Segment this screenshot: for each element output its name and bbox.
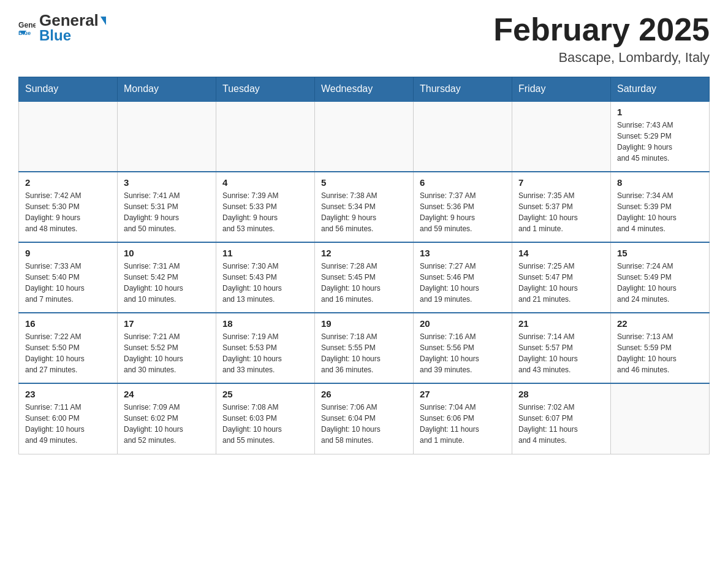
- calendar-cell: 11Sunrise: 7:30 AM Sunset: 5:43 PM Dayli…: [216, 242, 315, 313]
- day-number: 12: [321, 248, 407, 258]
- day-info: Sunrise: 7:09 AM Sunset: 6:02 PM Dayligh…: [124, 402, 210, 446]
- day-info: Sunrise: 7:14 AM Sunset: 5:57 PM Dayligh…: [518, 331, 604, 375]
- day-info: Sunrise: 7:41 AM Sunset: 5:31 PM Dayligh…: [124, 190, 210, 234]
- calendar-cell: 18Sunrise: 7:19 AM Sunset: 5:53 PM Dayli…: [216, 313, 315, 383]
- calendar-cell: 14Sunrise: 7:25 AM Sunset: 5:47 PM Dayli…: [512, 242, 611, 313]
- calendar-cell: 17Sunrise: 7:21 AM Sunset: 5:52 PM Dayli…: [118, 313, 216, 383]
- day-number: 28: [518, 389, 604, 399]
- calendar-cell: 7Sunrise: 7:35 AM Sunset: 5:37 PM Daylig…: [512, 172, 611, 242]
- day-number: 25: [222, 389, 308, 399]
- calendar-cell: [118, 101, 216, 172]
- day-number: 15: [617, 248, 703, 258]
- calendar-cell: [19, 101, 118, 172]
- day-number: 21: [518, 318, 604, 329]
- logo: General Blue General Blue: [18, 12, 106, 43]
- day-info: Sunrise: 7:28 AM Sunset: 5:45 PM Dayligh…: [321, 261, 407, 305]
- calendar-cell: 24Sunrise: 7:09 AM Sunset: 6:02 PM Dayli…: [118, 383, 216, 454]
- day-info: Sunrise: 7:21 AM Sunset: 5:52 PM Dayligh…: [124, 331, 210, 375]
- day-info: Sunrise: 7:19 AM Sunset: 5:53 PM Dayligh…: [222, 331, 308, 375]
- calendar-cell: [512, 101, 611, 172]
- week-row-2: 2Sunrise: 7:42 AM Sunset: 5:30 PM Daylig…: [19, 172, 710, 242]
- page-header: General Blue General Blue February 2025 …: [18, 12, 710, 66]
- calendar-cell: 6Sunrise: 7:37 AM Sunset: 5:36 PM Daylig…: [414, 172, 512, 242]
- day-number: 16: [25, 318, 111, 329]
- day-number: 19: [321, 318, 407, 329]
- weekday-header-monday: Monday: [118, 77, 216, 102]
- day-info: Sunrise: 7:06 AM Sunset: 6:04 PM Dayligh…: [321, 402, 407, 446]
- week-row-4: 16Sunrise: 7:22 AM Sunset: 5:50 PM Dayli…: [19, 313, 710, 383]
- day-number: 18: [222, 318, 308, 329]
- weekday-header-tuesday: Tuesday: [216, 77, 315, 102]
- day-info: Sunrise: 7:13 AM Sunset: 5:59 PM Dayligh…: [617, 331, 703, 375]
- day-number: 5: [321, 177, 407, 188]
- calendar-cell: 26Sunrise: 7:06 AM Sunset: 6:04 PM Dayli…: [315, 383, 414, 454]
- location-subtitle: Bascape, Lombardy, Italy: [493, 50, 710, 66]
- day-info: Sunrise: 7:24 AM Sunset: 5:49 PM Dayligh…: [617, 261, 703, 305]
- calendar-cell: 28Sunrise: 7:02 AM Sunset: 6:07 PM Dayli…: [512, 383, 611, 454]
- weekday-header-row: SundayMondayTuesdayWednesdayThursdayFrid…: [19, 77, 710, 102]
- day-info: Sunrise: 7:35 AM Sunset: 5:37 PM Dayligh…: [518, 190, 604, 234]
- day-number: 27: [420, 389, 506, 399]
- weekday-header-saturday: Saturday: [611, 77, 710, 102]
- weekday-header-sunday: Sunday: [19, 77, 118, 102]
- calendar-cell: 22Sunrise: 7:13 AM Sunset: 5:59 PM Dayli…: [611, 313, 710, 383]
- day-number: 11: [222, 248, 308, 258]
- week-row-1: 1Sunrise: 7:43 AM Sunset: 5:29 PM Daylig…: [19, 101, 710, 172]
- day-info: Sunrise: 7:02 AM Sunset: 6:07 PM Dayligh…: [518, 402, 604, 446]
- calendar-cell: 16Sunrise: 7:22 AM Sunset: 5:50 PM Dayli…: [19, 313, 118, 383]
- logo-general-text: General: [39, 12, 106, 28]
- calendar-cell: 20Sunrise: 7:16 AM Sunset: 5:56 PM Dayli…: [414, 313, 512, 383]
- calendar-cell: 4Sunrise: 7:39 AM Sunset: 5:33 PM Daylig…: [216, 172, 315, 242]
- week-row-3: 9Sunrise: 7:33 AM Sunset: 5:40 PM Daylig…: [19, 242, 710, 313]
- day-number: 6: [420, 177, 506, 188]
- day-info: Sunrise: 7:31 AM Sunset: 5:42 PM Dayligh…: [124, 261, 210, 305]
- day-number: 13: [420, 248, 506, 258]
- calendar-cell: [315, 101, 414, 172]
- weekday-header-thursday: Thursday: [414, 77, 512, 102]
- day-info: Sunrise: 7:16 AM Sunset: 5:56 PM Dayligh…: [420, 331, 506, 375]
- day-info: Sunrise: 7:38 AM Sunset: 5:34 PM Dayligh…: [321, 190, 407, 234]
- day-info: Sunrise: 7:27 AM Sunset: 5:46 PM Dayligh…: [420, 261, 506, 305]
- day-number: 8: [617, 177, 703, 188]
- day-info: Sunrise: 7:37 AM Sunset: 5:36 PM Dayligh…: [420, 190, 506, 234]
- svg-text:General: General: [18, 21, 36, 29]
- calendar-cell: 19Sunrise: 7:18 AM Sunset: 5:55 PM Dayli…: [315, 313, 414, 383]
- calendar-cell: 3Sunrise: 7:41 AM Sunset: 5:31 PM Daylig…: [118, 172, 216, 242]
- day-info: Sunrise: 7:34 AM Sunset: 5:39 PM Dayligh…: [617, 190, 703, 234]
- day-info: Sunrise: 7:11 AM Sunset: 6:00 PM Dayligh…: [25, 402, 111, 446]
- day-number: 9: [25, 248, 111, 258]
- day-number: 1: [617, 107, 703, 117]
- day-number: 17: [124, 318, 210, 329]
- day-info: Sunrise: 7:22 AM Sunset: 5:50 PM Dayligh…: [25, 331, 111, 375]
- day-info: Sunrise: 7:33 AM Sunset: 5:40 PM Dayligh…: [25, 261, 111, 305]
- calendar-cell: 12Sunrise: 7:28 AM Sunset: 5:45 PM Dayli…: [315, 242, 414, 313]
- calendar-cell: 2Sunrise: 7:42 AM Sunset: 5:30 PM Daylig…: [19, 172, 118, 242]
- logo-blue-text: Blue: [39, 28, 106, 43]
- day-info: Sunrise: 7:04 AM Sunset: 6:06 PM Dayligh…: [420, 402, 506, 446]
- day-info: Sunrise: 7:43 AM Sunset: 5:29 PM Dayligh…: [617, 120, 703, 164]
- day-info: Sunrise: 7:30 AM Sunset: 5:43 PM Dayligh…: [222, 261, 308, 305]
- calendar-cell: 15Sunrise: 7:24 AM Sunset: 5:49 PM Dayli…: [611, 242, 710, 313]
- weekday-header-friday: Friday: [512, 77, 611, 102]
- calendar-cell: [216, 101, 315, 172]
- day-info: Sunrise: 7:42 AM Sunset: 5:30 PM Dayligh…: [25, 190, 111, 234]
- svg-text:Blue: Blue: [18, 30, 31, 36]
- calendar-table: SundayMondayTuesdayWednesdayThursdayFrid…: [18, 77, 710, 454]
- calendar-cell: 8Sunrise: 7:34 AM Sunset: 5:39 PM Daylig…: [611, 172, 710, 242]
- calendar-cell: 9Sunrise: 7:33 AM Sunset: 5:40 PM Daylig…: [19, 242, 118, 313]
- calendar-cell: 13Sunrise: 7:27 AM Sunset: 5:46 PM Dayli…: [414, 242, 512, 313]
- day-number: 4: [222, 177, 308, 188]
- day-number: 7: [518, 177, 604, 188]
- day-number: 14: [518, 248, 604, 258]
- calendar-cell: [611, 383, 710, 454]
- day-number: 20: [420, 318, 506, 329]
- day-number: 24: [124, 389, 210, 399]
- day-info: Sunrise: 7:39 AM Sunset: 5:33 PM Dayligh…: [222, 190, 308, 234]
- calendar-cell: 23Sunrise: 7:11 AM Sunset: 6:00 PM Dayli…: [19, 383, 118, 454]
- calendar-cell: 1Sunrise: 7:43 AM Sunset: 5:29 PM Daylig…: [611, 101, 710, 172]
- month-title: February 2025: [493, 12, 710, 47]
- title-section: February 2025 Bascape, Lombardy, Italy: [493, 12, 710, 66]
- calendar-cell: 21Sunrise: 7:14 AM Sunset: 5:57 PM Dayli…: [512, 313, 611, 383]
- day-number: 10: [124, 248, 210, 258]
- logo-icon: General Blue: [18, 19, 36, 36]
